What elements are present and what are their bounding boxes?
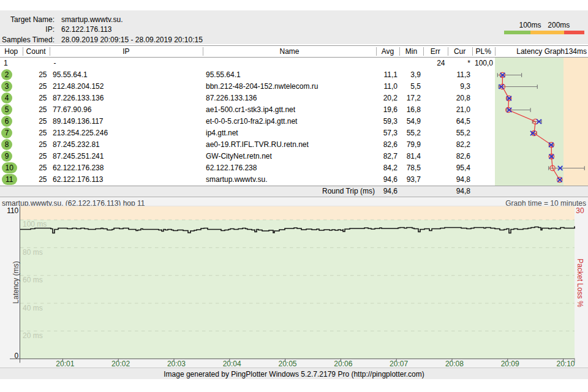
svg-text:100 ms: 100 ms — [23, 220, 47, 228]
svg-text:80 ms: 80 ms — [23, 248, 43, 257]
svg-text:20 ms: 20 ms — [23, 331, 43, 340]
svg-text:60 ms: 60 ms — [23, 276, 43, 284]
svg-text:40 ms: 40 ms — [23, 304, 43, 312]
